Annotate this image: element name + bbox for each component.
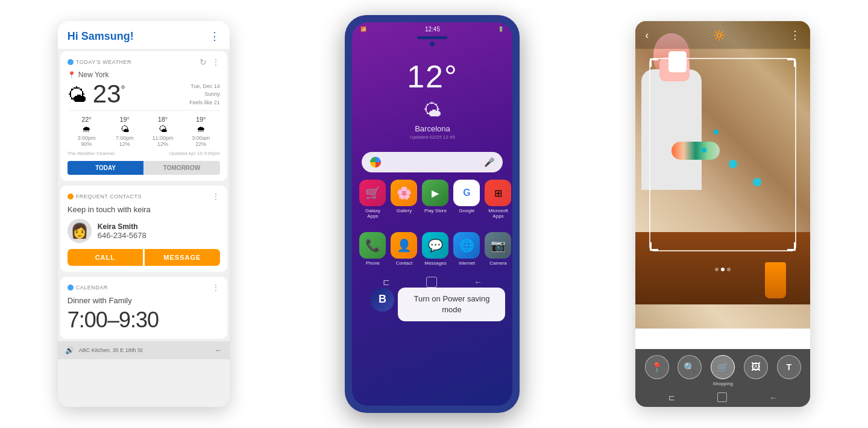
mode-shopping[interactable]: 🛒 Shopping bbox=[711, 355, 735, 386]
mode-search[interactable]: 🔍 bbox=[678, 355, 702, 386]
messages-icon: 💬 bbox=[422, 232, 448, 259]
contact-details: Keira Smith 646-234-5678 bbox=[98, 222, 146, 240]
scan-rectangle bbox=[649, 58, 796, 251]
contact-icon: 👤 bbox=[391, 232, 417, 259]
nav-recent-icon[interactable]: ⊏ bbox=[383, 277, 390, 287]
app-internet[interactable]: 🌐 Internet bbox=[453, 232, 480, 266]
bixby-icon: B bbox=[370, 288, 394, 312]
app-microsoft[interactable]: ⊞ Microsoft Apps bbox=[485, 180, 511, 219]
vision-menu-icon[interactable]: ⋮ bbox=[790, 28, 800, 42]
phone-location: Barcelona bbox=[352, 124, 512, 133]
weather-widget: TODAY'S WEATHER ↻ ⋮ 📍 New York 🌤 23° Tue… bbox=[60, 51, 227, 181]
contacts-widget: FREQUENT CONTACTS ⋮ Keep in touch with k… bbox=[60, 186, 227, 272]
calendar-menu-icon[interactable]: ⋮ bbox=[212, 283, 220, 292]
contacts-menu-icon[interactable]: ⋮ bbox=[212, 192, 220, 201]
play-store-icon: ▶ bbox=[422, 180, 448, 206]
dot-3 bbox=[727, 268, 731, 271]
message-button[interactable]: MESSAGE bbox=[145, 249, 220, 266]
phone-weather-display: 🌤 Barcelona Updated 02/25 12:45 bbox=[352, 95, 512, 145]
phone-updated: Updated 02/25 12:45 bbox=[352, 134, 512, 140]
middle-panel: 📶 12:45 🔋 12° 🌤 B bbox=[345, 15, 520, 413]
scan-corner-bl bbox=[650, 242, 658, 251]
weather-section-header: TODAY'S WEATHER ↻ ⋮ bbox=[68, 57, 220, 67]
bixby-popup: B Turn on Power saving mode bbox=[370, 288, 505, 321]
phone-clock: 12:45 bbox=[425, 26, 440, 33]
weather-menu-icon[interactable]: ⋮ bbox=[212, 57, 220, 67]
phone-status-bar: 📶 12:45 🔋 bbox=[352, 22, 512, 34]
contact-phone: 646-234-5678 bbox=[98, 231, 146, 240]
nav-back-icon[interactable]: ← bbox=[474, 277, 482, 287]
calendar-time: 7:00–9:30 bbox=[68, 307, 220, 333]
app-grid-row1: 🛒 Galaxy Apps 🌸 Gallery ▶ Play Store G G… bbox=[352, 177, 512, 225]
vision-nav-recent[interactable]: ⊏ bbox=[668, 393, 675, 402]
app-contact[interactable]: 👤 Contact bbox=[391, 232, 417, 266]
vision-nav-home[interactable] bbox=[717, 392, 727, 402]
calendar-event: Dinner with Family bbox=[68, 296, 220, 305]
back-icon[interactable]: ← bbox=[215, 346, 222, 354]
vision-nav-back[interactable]: ← bbox=[769, 393, 777, 402]
power-saving-bubble: Turn on Power saving mode bbox=[398, 288, 505, 321]
gallery-icon: 🌸 bbox=[391, 180, 417, 206]
vision-top-bar: ‹ 🔆 ⋮ bbox=[635, 21, 810, 49]
tab-today[interactable]: TODAY bbox=[68, 161, 144, 175]
weather-icon-large: 🌤 bbox=[68, 84, 87, 107]
shopping-label: Shopping bbox=[712, 381, 733, 386]
call-button[interactable]: CALL bbox=[68, 249, 143, 266]
widget-header: Hi Samsung! ⋮ bbox=[58, 21, 230, 49]
app-camera[interactable]: 📷 Camera bbox=[485, 232, 511, 266]
app-play-store[interactable]: ▶ Play Store bbox=[422, 180, 448, 219]
weather-main: 🌤 23° Tue, Dec 14 Sunny Feels like 21 bbox=[68, 81, 220, 107]
mic-icon[interactable]: 🎤 bbox=[484, 157, 494, 167]
phone-speaker-area bbox=[352, 36, 512, 46]
refresh-icon[interactable]: ↻ bbox=[200, 57, 207, 67]
bottom-bar-text: ABC Kitchen, 35 E 18th St bbox=[79, 347, 210, 353]
app-gallery[interactable]: 🌸 Gallery bbox=[391, 180, 417, 219]
phone-time-display: 12° bbox=[352, 49, 512, 95]
weather-source: The Weather Channel Updated Apr 10 3:00p… bbox=[68, 151, 220, 156]
hourly-item-1: 22° 🌧 3:00pm 90% bbox=[68, 116, 105, 147]
vision-back-icon[interactable]: ‹ bbox=[645, 29, 649, 42]
scan-corner-tr bbox=[787, 58, 796, 67]
weather-dot bbox=[68, 59, 74, 65]
hourly-item-2: 19° 🌤 7:00pm 12% bbox=[105, 116, 143, 147]
battery-icon: 🔋 bbox=[498, 27, 504, 32]
phone-weather-icon: 🌤 bbox=[352, 100, 512, 121]
vision-bottom-bar: 📍 🔍 🛒 Shopping 🖼 T ⊏ bbox=[635, 349, 810, 407]
calendar-section-header: CALENDAR ⋮ bbox=[68, 283, 220, 292]
image-mode-icon: 🖼 bbox=[744, 355, 768, 379]
mode-location[interactable]: 📍 bbox=[645, 355, 669, 386]
tab-tomorrow[interactable]: TOMORROW bbox=[143, 161, 220, 175]
dot-2 bbox=[721, 268, 725, 271]
app-galaxy-apps[interactable]: 🛒 Galaxy Apps bbox=[359, 180, 386, 219]
weather-section-label: TODAY'S WEATHER bbox=[68, 59, 131, 65]
vision-nav-bar: ⊏ ← bbox=[635, 389, 810, 407]
contact-buttons: CALL MESSAGE bbox=[68, 249, 220, 266]
phone-icon: 📞 bbox=[359, 232, 386, 259]
camera-icon: 📷 bbox=[485, 232, 511, 259]
calendar-dot bbox=[68, 285, 74, 291]
calendar-widget: CALENDAR ⋮ Dinner with Family 7:00–9:30 bbox=[60, 277, 227, 339]
phone-search-bar[interactable]: 🎤 bbox=[362, 152, 503, 172]
weather-tabs: TODAY TOMORROW bbox=[68, 161, 220, 175]
mode-text[interactable]: T bbox=[777, 355, 801, 386]
contacts-dot bbox=[68, 194, 74, 200]
dot-1 bbox=[715, 268, 719, 271]
phone-time-large: 12° bbox=[352, 61, 512, 92]
weather-actions: ↻ ⋮ bbox=[200, 57, 220, 67]
bottom-bar: 🔊 ABC Kitchen, 35 E 18th St ← bbox=[58, 341, 230, 359]
app-google[interactable]: G Google bbox=[453, 180, 480, 219]
phone-outer: 📶 12:45 🔋 12° 🌤 B bbox=[345, 15, 520, 413]
app-phone[interactable]: 📞 Phone bbox=[359, 232, 386, 266]
microsoft-icon: ⊞ bbox=[485, 180, 511, 206]
galaxy-apps-icon: 🛒 bbox=[359, 180, 386, 206]
location-pin-icon: 📍 bbox=[68, 71, 76, 79]
app-messages[interactable]: 💬 Messages bbox=[422, 232, 448, 266]
header-menu-icon[interactable]: ⋮ bbox=[209, 30, 220, 43]
mode-image[interactable]: 🖼 bbox=[744, 355, 768, 386]
weather-details: Tue, Dec 14 Sunny Feels like 21 bbox=[189, 83, 220, 107]
contact-avatar: 👩 bbox=[68, 219, 92, 243]
app-grid-row2: 📞 Phone 👤 Contact 💬 Messages 🌐 Internet bbox=[352, 230, 512, 272]
contact-prompt: Keep in touch with keira bbox=[68, 205, 220, 214]
contacts-section-label: FREQUENT CONTACTS bbox=[68, 194, 142, 200]
nav-home-icon[interactable] bbox=[426, 277, 437, 288]
